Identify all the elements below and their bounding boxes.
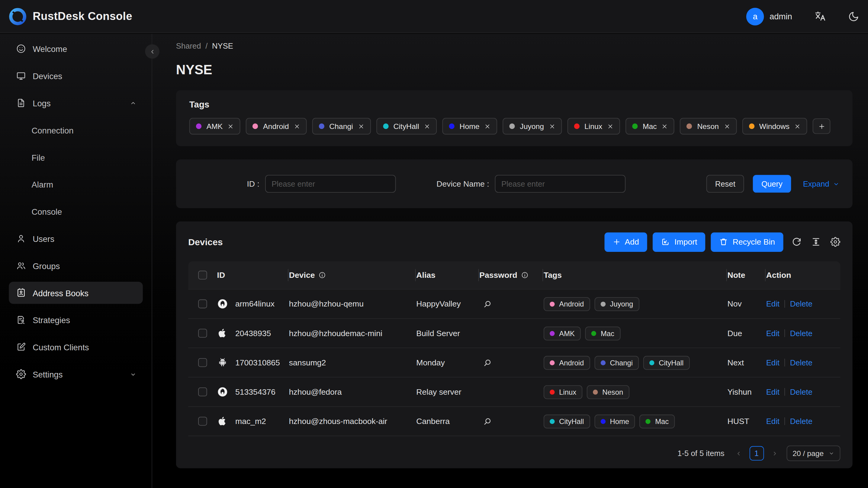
- tag-chip-changi[interactable]: Changi: [312, 118, 371, 134]
- col-device: Device: [288, 271, 315, 279]
- remove-tag-icon[interactable]: [724, 123, 730, 129]
- row-tag-chip-changi: Changi: [594, 356, 639, 370]
- action-divider: [784, 388, 785, 396]
- row-checkbox[interactable]: [198, 388, 207, 396]
- smile-icon: [16, 44, 26, 54]
- remove-tag-icon[interactable]: [607, 123, 613, 129]
- add-tag-button[interactable]: [813, 118, 831, 134]
- remove-tag-icon[interactable]: [485, 123, 491, 129]
- select-all-checkbox[interactable]: [198, 271, 207, 279]
- user-avatar[interactable]: a: [746, 7, 764, 25]
- delete-link[interactable]: Delete: [790, 329, 812, 338]
- view-password-icon[interactable]: [483, 299, 492, 309]
- chevron-down-icon: [130, 371, 136, 377]
- edit-link[interactable]: Edit: [766, 417, 779, 426]
- tag-chip-mac[interactable]: Mac: [625, 118, 674, 134]
- device-alias: Canberra: [415, 417, 478, 426]
- tag-chip-neson[interactable]: Neson: [680, 118, 737, 134]
- tag-color-dot: [600, 419, 605, 424]
- sidebar-item-groups[interactable]: Groups: [9, 254, 143, 277]
- sidebar-item-users[interactable]: Users: [9, 227, 143, 249]
- remove-tag-icon[interactable]: [662, 123, 668, 129]
- dark-mode-icon[interactable]: [848, 11, 859, 22]
- tag-chip-cityhall[interactable]: CityHall: [376, 118, 437, 134]
- edit-link[interactable]: Edit: [766, 388, 779, 396]
- reset-button[interactable]: Reset: [706, 175, 744, 193]
- sidebar-item-welcome[interactable]: Welcome: [9, 38, 143, 60]
- action-divider: [784, 417, 785, 425]
- row-checkbox[interactable]: [198, 417, 207, 426]
- delete-link[interactable]: Delete: [790, 300, 812, 308]
- user-icon: [16, 234, 26, 243]
- remove-tag-icon[interactable]: [228, 123, 234, 129]
- delete-link[interactable]: Delete: [790, 417, 812, 426]
- sidebar-item-devices[interactable]: Devices: [9, 65, 143, 87]
- delete-link[interactable]: Delete: [790, 388, 812, 396]
- table-settings-icon[interactable]: [830, 237, 840, 247]
- tag-chip-amk[interactable]: AMK: [189, 118, 240, 134]
- recycle-bin-button[interactable]: Recycle Bin: [711, 232, 783, 251]
- info-icon: [521, 271, 529, 279]
- sidebar-item-strategies[interactable]: Strategies: [9, 309, 143, 331]
- device-name-input[interactable]: [495, 175, 625, 193]
- refresh-icon[interactable]: [792, 237, 802, 247]
- tag-color-dot: [600, 301, 605, 306]
- page-number[interactable]: 1: [749, 446, 764, 460]
- sidebar-item-custom-clients[interactable]: Custom Clients: [9, 336, 143, 358]
- app-header: RustDesk Console a admin: [0, 0, 868, 33]
- chevron-down-icon: [833, 181, 839, 187]
- query-button[interactable]: Query: [753, 175, 791, 193]
- tag-chip-juyong[interactable]: Juyong: [503, 118, 562, 134]
- sidebar-item-address-books[interactable]: Address Books: [9, 282, 143, 304]
- view-password-icon[interactable]: [483, 417, 492, 426]
- id-input[interactable]: [265, 175, 396, 193]
- remove-tag-icon[interactable]: [549, 123, 555, 129]
- app-title: RustDesk Console: [33, 10, 132, 23]
- view-password-icon[interactable]: [483, 358, 492, 367]
- sidebar-subitem-alarm[interactable]: Alarm: [9, 173, 143, 195]
- edit-link[interactable]: Edit: [766, 358, 779, 367]
- sidebar-subitem-file[interactable]: File: [9, 146, 143, 168]
- tag-chip-home[interactable]: Home: [442, 118, 497, 134]
- sidebar-collapse-button[interactable]: [145, 44, 159, 59]
- edit-square-icon: [16, 342, 26, 352]
- row-checkbox[interactable]: [198, 358, 207, 367]
- page-size-select[interactable]: 20 / page: [786, 446, 840, 461]
- import-button[interactable]: Import: [653, 232, 706, 251]
- edit-link[interactable]: Edit: [766, 300, 779, 308]
- apple-os-icon: [217, 416, 228, 427]
- remove-tag-icon[interactable]: [424, 123, 430, 129]
- prev-page-icon[interactable]: [736, 450, 741, 456]
- row-checkbox[interactable]: [198, 300, 207, 308]
- row-checkbox[interactable]: [198, 329, 207, 338]
- rustdesk-console-app: RustDesk Console a admin WelcomeDevicesL…: [0, 0, 868, 488]
- edit-link[interactable]: Edit: [766, 329, 779, 338]
- column-height-icon[interactable]: [811, 237, 821, 247]
- breadcrumb-separator: /: [205, 41, 208, 50]
- tag-color-dot: [550, 419, 555, 424]
- next-page-icon[interactable]: [772, 450, 778, 456]
- user-name[interactable]: admin: [770, 11, 792, 21]
- tags-card-title: Tags: [189, 100, 839, 110]
- sidebar-item-label: Groups: [33, 261, 60, 270]
- delete-link[interactable]: Delete: [790, 358, 812, 367]
- add-button[interactable]: Add: [604, 232, 648, 251]
- tag-color-dot: [574, 123, 579, 129]
- gear-icon: [16, 369, 26, 379]
- sidebar-subitem-connection[interactable]: Connection: [9, 119, 143, 141]
- breadcrumb-parent[interactable]: Shared: [176, 41, 201, 50]
- remove-tag-icon[interactable]: [358, 123, 364, 129]
- sidebar-item-logs[interactable]: Logs: [9, 92, 143, 114]
- chevron-down-icon: [829, 451, 834, 456]
- expand-link[interactable]: Expand: [803, 179, 839, 188]
- remove-tag-icon[interactable]: [294, 123, 300, 129]
- tag-chip-linux[interactable]: Linux: [567, 118, 620, 134]
- row-tag-chip-home: Home: [594, 414, 635, 428]
- tag-chip-windows[interactable]: Windows: [742, 118, 807, 134]
- sidebar-item-settings[interactable]: Settings: [9, 363, 143, 385]
- translate-icon[interactable]: [814, 10, 826, 22]
- remove-tag-icon[interactable]: [795, 123, 801, 129]
- sidebar-subitem-console[interactable]: Console: [9, 201, 143, 222]
- tag-color-dot: [550, 301, 555, 306]
- tag-chip-android[interactable]: Android: [246, 118, 307, 134]
